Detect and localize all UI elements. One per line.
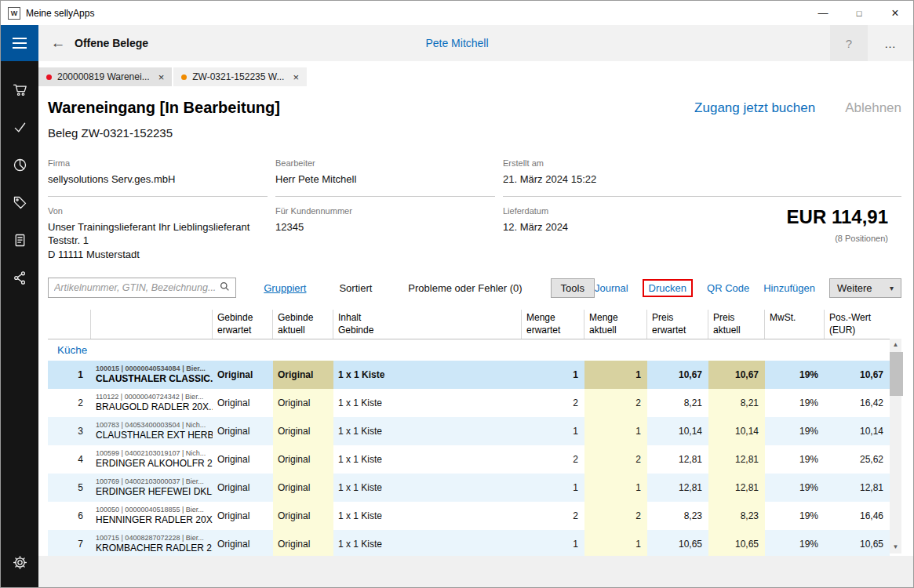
gebinde-aktuell-cell[interactable]: Original [273, 474, 333, 502]
journal-link[interactable]: Journal [595, 282, 628, 294]
table-row[interactable]: 1 100015 | 00000040534084 | Bier... CLAU… [48, 361, 890, 389]
book-receipt-link[interactable]: Zugang jetzt buchen [694, 100, 815, 116]
field-value: Unser Trainingslieferant Ihr Lieblingsli… [48, 220, 268, 262]
add-position-link[interactable]: Hinzufügen [763, 282, 815, 294]
tab-wareneingang-zw-0321-152235[interactable]: ZW-0321-152235 W... × [173, 67, 307, 86]
preis-aktuell-cell[interactable]: 10,67 [708, 361, 765, 389]
column-header-preis-aktuell[interactable]: Preis aktuell [708, 310, 765, 339]
article-name: HENNINGER RADLER 20X... [96, 514, 213, 527]
gebinde-aktuell-cell[interactable]: Original [273, 361, 333, 389]
pos-wert-cell: 12,81 [825, 474, 890, 502]
menge-aktuell-cell[interactable]: 1 [584, 361, 647, 389]
column-header-menge-erwartet[interactable]: Menge erwartet [522, 310, 584, 339]
sidebar-item-settings[interactable] [1, 543, 38, 581]
menge-aktuell-cell[interactable]: 1 [584, 417, 647, 445]
preis-aktuell-cell[interactable]: 8,23 [708, 502, 765, 530]
row-index-cell: 6 [48, 502, 91, 530]
column-header-gebinde-aktuell[interactable]: Gebinde aktuell [273, 310, 333, 339]
inhalt-gebinde-cell: 1 x 1 Kiste [333, 474, 522, 502]
article-cell: 100715 | 04008287072228 | Bier... KROMBA… [91, 530, 213, 556]
gebinde-aktuell-cell[interactable]: Original [273, 417, 333, 445]
sidebar-item-tasks[interactable] [1, 108, 38, 146]
column-header-index [48, 310, 91, 339]
menge-aktuell-cell[interactable]: 2 [584, 389, 647, 417]
menge-erwartet-cell: 2 [522, 445, 584, 474]
header-more-button[interactable]: … [868, 25, 913, 61]
column-header-pos-wert[interactable]: Pos.-Wert (EUR) [825, 310, 890, 339]
preis-aktuell-cell[interactable]: 12,81 [708, 474, 765, 502]
field-erstellt-am: Erstellt am 21. März 2024 15:22 [503, 158, 901, 197]
row-index-cell: 7 [48, 530, 91, 556]
menge-erwartet-cell: 1 [522, 530, 584, 556]
sidebar-item-labels[interactable] [1, 183, 38, 221]
scrollbar-thumb[interactable] [890, 352, 903, 396]
sidebar-item-documents[interactable] [1, 221, 38, 259]
search-box [48, 278, 236, 298]
close-button[interactable]: × [877, 1, 913, 25]
gebinde-aktuell-cell[interactable]: Original [273, 445, 333, 474]
table-header-row: Gebinde erwartet Gebinde aktuell Inhalt … [48, 310, 890, 339]
field-value: Herr Pete Mitchell [275, 172, 495, 187]
back-button[interactable]: ← [43, 25, 73, 61]
sidebar-item-cart[interactable] [1, 71, 38, 108]
search-icon[interactable] [220, 281, 230, 295]
mwst-cell: 19% [765, 474, 825, 502]
preis-aktuell-cell[interactable]: 10,14 [708, 417, 765, 445]
sidebar-item-reports[interactable] [1, 146, 38, 183]
article-name: ERDINGER HEFEWEI DKL... [96, 486, 213, 499]
gear-icon [12, 554, 28, 571]
gebinde-aktuell-cell[interactable]: Original [273, 389, 333, 417]
column-header-gebinde-erwartet[interactable]: Gebinde erwartet [213, 310, 273, 339]
field-label: Von [48, 206, 268, 216]
print-link[interactable]: Drucken [649, 282, 686, 294]
search-input[interactable] [54, 282, 220, 293]
qr-code-link[interactable]: QR Code [707, 282, 749, 294]
grouped-toggle[interactable]: Gruppiert [264, 282, 306, 294]
problems-filter[interactable]: Probleme oder Fehler (0) [408, 282, 522, 294]
article-name: KROMBACHER RADLER 2... [96, 543, 213, 555]
tab-close-icon[interactable]: × [158, 71, 165, 83]
sorted-toggle[interactable]: Sortiert [339, 282, 372, 294]
menge-aktuell-cell[interactable]: 2 [584, 502, 647, 530]
table-row[interactable]: 7 100715 | 04008287072228 | Bier... KROM… [48, 530, 890, 556]
table-row[interactable]: 5 100769 | 04002103000037 | Bier... ERDI… [48, 474, 890, 502]
weitere-dropdown[interactable]: Weitere ▾ [829, 278, 901, 298]
help-button[interactable]: ? [830, 25, 868, 61]
user-name[interactable]: Pete Mitchell [425, 37, 488, 49]
tab-status-dot-red [46, 74, 52, 80]
column-header-mwst[interactable]: MwSt. [765, 310, 825, 339]
table-row[interactable]: 2 110122 | 00000040724342 | Bier... BRAU… [48, 389, 890, 417]
window-title: Meine sellyApps [26, 8, 94, 19]
reject-link[interactable]: Ablehnen [845, 100, 901, 116]
menge-aktuell-cell[interactable]: 1 [584, 530, 647, 556]
table-row[interactable]: 3 100783 | 04053400003504 | Nich... CLAU… [48, 417, 890, 445]
cart-icon [12, 82, 28, 98]
menge-aktuell-cell[interactable]: 2 [584, 445, 647, 474]
scroll-down-icon[interactable]: ▼ [893, 541, 899, 554]
maximize-button[interactable]: □ [841, 1, 877, 25]
minimize-button[interactable]: — [805, 1, 841, 25]
menge-aktuell-cell[interactable]: 1 [584, 474, 647, 502]
tools-button[interactable]: Tools [551, 278, 595, 298]
preis-erwartet-cell: 10,14 [647, 417, 708, 445]
gebinde-aktuell-cell[interactable]: Original [273, 502, 333, 530]
table-scrollbar[interactable]: ▲ ▼ [890, 339, 901, 554]
preis-aktuell-cell[interactable]: 12,81 [708, 445, 765, 474]
column-header-preis-erwartet[interactable]: Preis erwartet [647, 310, 708, 339]
tab-wareneingang-200000819[interactable]: 200000819 Warenei... × [38, 67, 172, 86]
scroll-up-icon[interactable]: ▲ [893, 339, 899, 351]
table-row[interactable]: 6 100050 | 00000040518855 | Bier... HENN… [48, 502, 890, 530]
mwst-cell: 19% [765, 502, 825, 530]
group-header-kueche[interactable]: Küche [48, 339, 890, 361]
row-index-cell: 4 [48, 445, 91, 474]
menu-button[interactable] [1, 25, 38, 61]
field-value: 21. März 2024 15:22 [503, 172, 901, 187]
preis-aktuell-cell[interactable]: 8,21 [708, 389, 765, 417]
gebinde-aktuell-cell[interactable]: Original [273, 530, 333, 556]
column-header-inhalt-gebinde[interactable]: Inhalt Gebinde [333, 310, 522, 339]
sidebar-item-share[interactable] [1, 259, 38, 296]
table-row[interactable]: 4 100599 | 04002103019107 | Nich... ERDI… [48, 445, 890, 474]
preis-aktuell-cell[interactable]: 10,65 [708, 530, 765, 556]
column-header-menge-aktuell[interactable]: Menge aktuell [584, 310, 647, 339]
tab-close-icon[interactable]: × [293, 71, 299, 83]
